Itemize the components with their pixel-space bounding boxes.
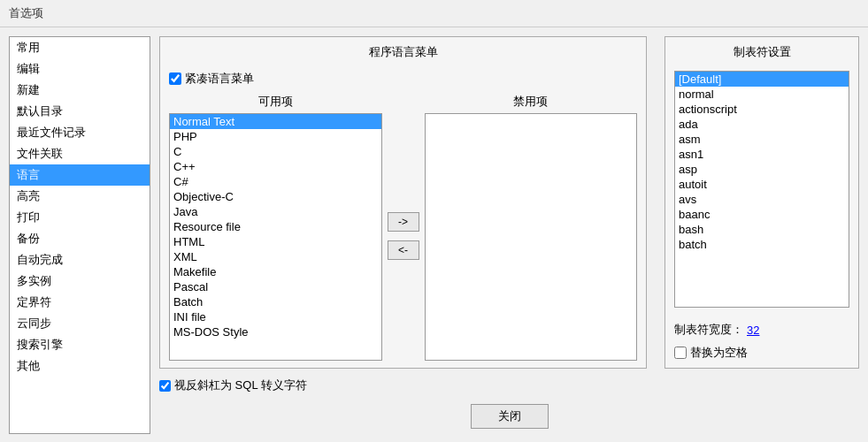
tabstop-listbox-item[interactable]: actionscript: [675, 102, 849, 117]
tabstop-panel: 制表符设置 [Default]normalactionscriptadaasma…: [664, 36, 859, 369]
available-listbox-item[interactable]: HTML: [170, 234, 381, 249]
tabstop-listbox-item[interactable]: asm: [675, 132, 849, 147]
tabstop-listbox-item[interactable]: baanc: [675, 207, 849, 222]
sidebar-item[interactable]: 其他: [10, 355, 150, 377]
available-listbox-item[interactable]: INI file: [170, 309, 381, 324]
replace-row: 替换为空格: [674, 345, 849, 361]
tabstop-listbox-item[interactable]: ada: [675, 117, 849, 132]
sql-row: 视反斜杠为 SQL 转义字符: [159, 377, 859, 393]
lang-panel-title: 程序语言菜单: [169, 44, 637, 60]
sidebar-item[interactable]: 常用: [10, 37, 150, 58]
arrows-column: -> <-: [388, 94, 419, 361]
disabled-listbox[interactable]: [425, 113, 638, 361]
sql-escape-label: 视反斜杠为 SQL 转义字符: [174, 377, 307, 393]
sidebar-item[interactable]: 高亮: [10, 186, 150, 207]
sidebar-item[interactable]: 云同步: [10, 313, 150, 334]
disabled-column: 禁用项: [425, 94, 638, 361]
compact-checkbox[interactable]: [169, 72, 181, 85]
available-listbox-item[interactable]: MS-DOS Style: [170, 324, 381, 339]
sidebar-item[interactable]: 多实例: [10, 271, 150, 292]
tab-width-label: 制表符宽度：: [674, 322, 743, 338]
available-listbox-item[interactable]: Resource file: [170, 219, 381, 234]
sidebar-item[interactable]: 语言: [10, 164, 150, 186]
disabled-label: 禁用项: [425, 94, 638, 110]
title-bar: 首选项: [0, 0, 868, 27]
available-listbox-item[interactable]: Makefile: [170, 264, 381, 279]
sidebar-item[interactable]: 最近文件记录: [10, 122, 150, 143]
available-listbox-item[interactable]: Java: [170, 204, 381, 219]
sidebar-item[interactable]: 定界符: [10, 292, 150, 313]
sidebar: 常用编辑新建默认目录最近文件记录文件关联语言高亮打印备份自动完成多实例定界符云同…: [9, 36, 150, 434]
available-listbox-item[interactable]: C++: [170, 159, 381, 174]
tab-width-row: 制表符宽度： 32: [674, 322, 849, 338]
close-button[interactable]: 关闭: [471, 404, 549, 429]
sidebar-item[interactable]: 搜索引擎: [10, 334, 150, 355]
available-listbox-item[interactable]: XML: [170, 249, 381, 264]
sidebar-item[interactable]: 自动完成: [10, 249, 150, 271]
lang-panel: 程序语言菜单 紧凑语言菜单 可用项 Normal TextPHPCC++C#Ob…: [159, 36, 647, 369]
tab-width-value[interactable]: 32: [747, 324, 759, 337]
panels-row: 程序语言菜单 紧凑语言菜单 可用项 Normal TextPHPCC++C#Ob…: [159, 36, 859, 369]
tabstop-listbox-item[interactable]: [Default]: [675, 72, 849, 87]
available-listbox-item[interactable]: Batch: [170, 294, 381, 309]
lists-row: 可用项 Normal TextPHPCC++C#Objective-CJavaR…: [169, 94, 637, 361]
available-listbox-item[interactable]: PHP: [170, 129, 381, 144]
available-listbox-item[interactable]: C: [170, 144, 381, 159]
sidebar-item[interactable]: 打印: [10, 207, 150, 228]
tabstop-listbox-item[interactable]: bash: [675, 222, 849, 237]
available-listbox-item[interactable]: Objective-C: [170, 189, 381, 204]
available-listbox-item[interactable]: Normal Text: [170, 114, 381, 129]
tabstop-listbox-item[interactable]: avs: [675, 192, 849, 207]
sidebar-item[interactable]: 备份: [10, 228, 150, 249]
tabstop-listbox-item[interactable]: normal: [675, 87, 849, 102]
tabstop-listbox-item[interactable]: asp: [675, 162, 849, 177]
available-column: 可用项 Normal TextPHPCC++C#Objective-CJavaR…: [169, 94, 382, 361]
sidebar-item[interactable]: 默认目录: [10, 101, 150, 122]
available-listbox[interactable]: Normal TextPHPCC++C#Objective-CJavaResou…: [169, 113, 382, 361]
close-row: 关闭: [159, 399, 859, 434]
tabstop-listbox[interactable]: [Default]normalactionscriptadaasmasn1asp…: [674, 71, 849, 308]
sidebar-item[interactable]: 文件关联: [10, 143, 150, 164]
tabstop-listbox-item[interactable]: autoit: [675, 177, 849, 192]
tabstop-listbox-item[interactable]: batch: [675, 237, 849, 252]
replace-spaces-checkbox[interactable]: [674, 347, 687, 359]
arrow-left-btn[interactable]: <-: [388, 240, 419, 260]
tabstop-panel-title: 制表符设置: [674, 44, 849, 60]
compact-checkbox-row: 紧凑语言菜单: [169, 71, 637, 87]
sidebar-item[interactable]: 编辑: [10, 58, 150, 80]
available-listbox-item[interactable]: Pascal: [170, 279, 381, 294]
title-text: 首选项: [9, 6, 43, 19]
main-container: 常用编辑新建默认目录最近文件记录文件关联语言高亮打印备份自动完成多实例定界符云同…: [0, 27, 868, 442]
content-area: 程序语言菜单 紧凑语言菜单 可用项 Normal TextPHPCC++C#Ob…: [159, 36, 859, 434]
bottom-section: 视反斜杠为 SQL 转义字符 关闭: [159, 377, 859, 434]
available-label: 可用项: [169, 94, 382, 110]
sidebar-item[interactable]: 新建: [10, 80, 150, 101]
compact-checkbox-label: 紧凑语言菜单: [185, 71, 254, 87]
sql-escape-checkbox[interactable]: [159, 380, 171, 392]
replace-spaces-label: 替换为空格: [690, 345, 748, 361]
available-listbox-item[interactable]: C#: [170, 174, 381, 189]
tabstop-listbox-item[interactable]: asn1: [675, 147, 849, 162]
arrow-right-btn[interactable]: ->: [388, 212, 419, 232]
